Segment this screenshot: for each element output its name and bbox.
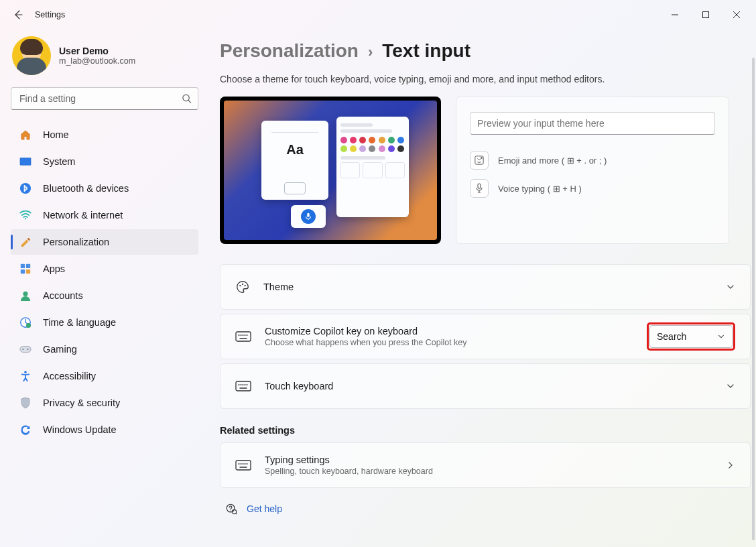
svg-rect-6 xyxy=(21,264,25,268)
nav-time[interactable]: Time & language xyxy=(11,310,198,335)
svg-point-21 xyxy=(239,285,241,286)
nav-privacy[interactable]: Privacy & security xyxy=(11,390,198,416)
highlight-annotation: Search xyxy=(647,322,735,351)
nav-label: Windows Update xyxy=(43,424,117,435)
preview-voice-card xyxy=(291,205,326,228)
svg-point-5 xyxy=(25,218,26,219)
svg-rect-17 xyxy=(307,213,309,217)
nav-label: Time & language xyxy=(43,317,116,328)
user-profile[interactable]: User Demo m_lab@outlook.com xyxy=(11,36,198,75)
svg-rect-24 xyxy=(236,332,251,341)
svg-point-23 xyxy=(245,285,246,286)
bluetooth-icon xyxy=(19,182,32,195)
search-input[interactable] xyxy=(11,87,198,110)
minimize-button[interactable] xyxy=(659,3,690,27)
window-title: Settings xyxy=(35,10,65,19)
help-link[interactable]: Get help xyxy=(247,503,282,514)
dropdown-value: Search xyxy=(657,331,686,342)
nav-accessibility[interactable]: Accessibility xyxy=(11,363,198,389)
setting-copilot-key: Customize Copilot key on keyboard Choose… xyxy=(220,314,751,359)
preview-input[interactable] xyxy=(470,112,715,135)
breadcrumb-parent[interactable]: Personalization xyxy=(220,40,359,62)
maximize-button[interactable] xyxy=(690,3,721,27)
setting-typing[interactable]: Typing settings Spelling, touch keyboard… xyxy=(220,442,751,488)
preview-panel: Emoji and more ( ⊞ + . or ; ) Voice typi… xyxy=(456,97,729,244)
nav-network[interactable]: Network & internet xyxy=(11,202,198,228)
svg-rect-9 xyxy=(26,269,30,274)
chevron-right-icon: › xyxy=(368,44,373,61)
svg-point-14 xyxy=(23,349,24,350)
svg-rect-13 xyxy=(20,347,31,353)
nav-personalization[interactable]: Personalization xyxy=(11,229,198,255)
preview-emoji-card xyxy=(336,117,409,217)
svg-rect-20 xyxy=(478,184,481,188)
chevron-down-icon xyxy=(726,381,735,391)
theme-preview: Aa xyxy=(220,97,441,244)
gaming-icon xyxy=(19,343,32,356)
close-button[interactable] xyxy=(721,3,752,27)
nav-gaming[interactable]: Gaming xyxy=(11,337,198,362)
voice-hint-label: Voice typing ( ⊞ + H ) xyxy=(498,184,582,194)
scrollbar[interactable] xyxy=(752,58,755,540)
nav-home[interactable]: Home xyxy=(11,122,198,147)
svg-rect-7 xyxy=(26,264,30,268)
nav-bluetooth[interactable]: Bluetooth & devices xyxy=(11,176,198,201)
setting-touch-keyboard[interactable]: Touch keyboard xyxy=(220,363,751,409)
svg-rect-2 xyxy=(20,158,31,166)
setting-title: Customize Copilot key on keyboard xyxy=(265,326,467,337)
search-box[interactable] xyxy=(11,87,198,110)
sidebar: User Demo m_lab@outlook.com Home System … xyxy=(0,29,206,547)
chevron-down-icon xyxy=(726,282,735,292)
svg-point-4 xyxy=(20,183,31,194)
nav-system[interactable]: System xyxy=(11,149,198,174)
nav-label: Apps xyxy=(43,263,65,274)
clock-icon xyxy=(19,316,32,329)
nav-label: Accessibility xyxy=(43,371,96,381)
nav-label: Personalization xyxy=(43,237,109,247)
nav-apps[interactable]: Apps xyxy=(11,256,198,282)
update-icon xyxy=(19,423,32,436)
svg-point-10 xyxy=(23,292,27,296)
chevron-down-icon xyxy=(717,332,725,341)
microphone-icon xyxy=(470,179,489,198)
setting-subtitle: Choose what happens when you press the C… xyxy=(265,338,467,347)
emoji-hint-label: Emoji and more ( ⊞ + . or ; ) xyxy=(498,156,607,166)
setting-theme[interactable]: Theme xyxy=(220,264,751,310)
svg-point-22 xyxy=(242,284,243,285)
wifi-icon xyxy=(19,208,32,222)
avatar xyxy=(12,36,51,75)
preview-keyboard-card: Aa xyxy=(261,121,328,200)
svg-point-1 xyxy=(183,95,189,101)
nav-label: Bluetooth & devices xyxy=(43,183,129,194)
nav-label: Network & internet xyxy=(43,210,123,221)
setting-subtitle: Spelling, touch keyboard, hardware keybo… xyxy=(265,467,433,476)
svg-point-19 xyxy=(481,157,483,159)
emoji-hint[interactable]: Emoji and more ( ⊞ + . or ; ) xyxy=(470,151,715,170)
voice-hint[interactable]: Voice typing ( ⊞ + H ) xyxy=(470,179,715,198)
setting-title: Theme xyxy=(263,282,294,292)
setting-title: Touch keyboard xyxy=(265,381,333,391)
copilot-key-dropdown[interactable]: Search xyxy=(649,325,733,348)
chevron-right-icon xyxy=(726,461,735,470)
user-name: User Demo xyxy=(59,46,135,56)
svg-point-15 xyxy=(27,349,29,350)
svg-point-16 xyxy=(24,371,27,373)
back-button[interactable] xyxy=(11,7,25,22)
nav: Home System Bluetooth & devices Network … xyxy=(11,122,198,442)
home-icon xyxy=(19,128,32,141)
breadcrumb: Personalization › Text input xyxy=(220,40,751,62)
emoji-icon xyxy=(470,151,489,170)
svg-rect-8 xyxy=(21,269,25,274)
personalization-icon xyxy=(19,235,32,249)
svg-rect-26 xyxy=(236,461,251,470)
nav-update[interactable]: Windows Update xyxy=(11,417,198,442)
keyboard-icon xyxy=(235,459,251,471)
system-icon xyxy=(19,155,32,168)
titlebar: Settings xyxy=(0,0,756,29)
page-description: Choose a theme for touch keyboard, voice… xyxy=(220,74,751,84)
shield-icon xyxy=(19,396,32,410)
accessibility-icon xyxy=(19,369,32,383)
nav-accounts[interactable]: Accounts xyxy=(11,283,198,308)
nav-label: System xyxy=(43,156,75,167)
get-help[interactable]: Get help xyxy=(220,503,751,515)
